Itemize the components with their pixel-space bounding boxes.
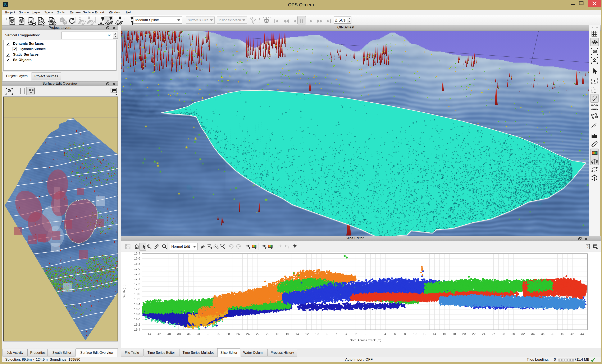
- svg-text:?: ?: [587, 245, 589, 248]
